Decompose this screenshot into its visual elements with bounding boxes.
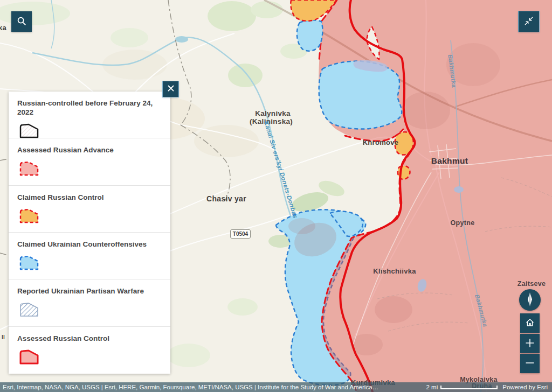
- legend-item-label: Claimed Ukrainian Counteroffensives: [17, 240, 162, 249]
- search-button[interactable]: [11, 11, 32, 32]
- legend-item: Assessed Russian Advance: [9, 138, 170, 185]
- collapse-button[interactable]: [519, 11, 539, 32]
- legend-item-label: Assessed Russian Control: [17, 334, 162, 344]
- legend-item: Claimed Russian Control: [9, 186, 170, 233]
- road-shield: T0504: [230, 229, 251, 239]
- minus-icon: [525, 358, 535, 370]
- scale-label: 2 mi: [426, 384, 438, 390]
- attribution-sources: Esri, Intermap, NASA, NGA, USGS | Esri, …: [3, 384, 380, 390]
- legend-item: Russian-controlled before February 24, 2…: [9, 92, 170, 138]
- prewar-boundary-swatch-icon: [17, 122, 41, 140]
- legend-item-label: Russian-controlled before February 24, 2…: [17, 99, 162, 117]
- zoom-in-button[interactable]: [520, 334, 540, 353]
- attribution-bar: Esri, Intermap, NASA, NGA, USGS | Esri, …: [0, 382, 552, 392]
- scale-line: [440, 386, 498, 389]
- claimed-ukrainian-swatch-icon: [17, 254, 41, 272]
- zoom-out-button[interactable]: [520, 354, 540, 373]
- powered-by-esri[interactable]: Powered by Esri: [502, 384, 548, 390]
- legend-item: Assessed Russian Control: [9, 327, 170, 374]
- collapse-icon: [523, 16, 534, 28]
- map-app: kaKalynivka(Kalininska)KhromoveBakhmutCh…: [0, 0, 552, 392]
- compass-button[interactable]: [519, 289, 541, 311]
- claimed-russian-swatch-icon: [17, 207, 41, 225]
- home-button[interactable]: [520, 313, 540, 333]
- legend-item: Reported Ukrainian Partisan Warfare: [9, 279, 170, 326]
- compass-needle-icon: [519, 289, 541, 312]
- legend-panel: Russian-controlled before February 24, 2…: [9, 92, 170, 374]
- legend-item-label: Claimed Russian Control: [17, 193, 162, 202]
- partisan-warfare-swatch-icon: [17, 301, 41, 319]
- close-icon: [167, 84, 175, 94]
- home-icon: [524, 317, 536, 330]
- search-icon: [16, 15, 27, 29]
- plus-icon: [525, 338, 535, 350]
- legend-close-button[interactable]: [163, 81, 178, 97]
- scale-bar: 2 mi: [426, 384, 498, 390]
- legend-item-label: Assessed Russian Advance: [17, 146, 162, 155]
- russian-control-swatch-icon: [17, 348, 41, 366]
- russian-advance-swatch-icon: [17, 160, 41, 178]
- legend-item: Claimed Ukrainian Counteroffensives: [9, 233, 170, 279]
- legend-item-label: Reported Ukrainian Partisan Warfare: [17, 287, 162, 296]
